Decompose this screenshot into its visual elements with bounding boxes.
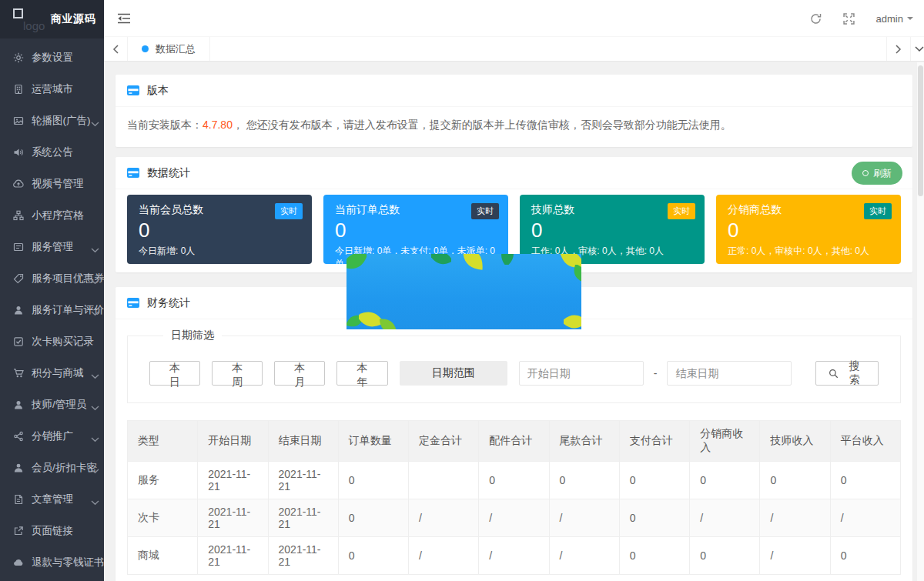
cell: 0 xyxy=(760,462,830,499)
tab-menu-button[interactable] xyxy=(910,37,924,61)
user-icon xyxy=(13,399,24,410)
card-title: 数据统计 xyxy=(147,166,190,180)
sidebar-item-video-account[interactable]: 视频号管理 xyxy=(0,168,104,199)
sidebar-item-distribution[interactable]: 分销推广 xyxy=(0,420,104,452)
logo-area: logo 商业源码 xyxy=(0,0,104,38)
scrollbar-thumb[interactable] xyxy=(918,65,923,196)
search-button[interactable]: 搜 索 xyxy=(815,361,879,386)
start-date-input[interactable] xyxy=(519,361,644,386)
table-row-mall: 商城 2021-11-21 2021-11-21 0 / / / 0 0 / 0 xyxy=(128,537,901,575)
sidebar-item-points-mall[interactable]: 积分与商城 xyxy=(0,357,104,389)
sidebar-item-label: 参数设置 xyxy=(32,51,73,65)
card-title: 版本 xyxy=(147,84,169,98)
cell: / xyxy=(830,499,900,537)
column-header: 支付合计 xyxy=(619,421,689,462)
sidebar-item-carousel-ads[interactable]: 轮播图(广告) xyxy=(0,105,104,136)
sidebar-item-refunds-certificates[interactable]: 退款与零钱证书 xyxy=(0,546,104,578)
finance-card: 财务统计 日期筛选 本日 本周 本月 本年 日期范围 - xyxy=(116,287,912,581)
cell: / xyxy=(409,537,479,575)
sidebar-item-technicians-admins[interactable]: 技师/管理员 xyxy=(0,389,104,420)
sidebar-item-service-management[interactable]: 服务管理 xyxy=(0,231,104,262)
finance-table: 类型 开始日期 结束日期 订单数量 定金合计 配件合计 尾款合计 支付合计 分销… xyxy=(127,420,901,575)
cell: / xyxy=(760,499,830,537)
sidebar-item-label: 会员/折扣卡密 xyxy=(32,461,97,475)
column-header: 尾款合计 xyxy=(549,421,619,462)
date-separator: - xyxy=(654,367,658,379)
sidebar-item-miniprogram-grid[interactable]: 小程序宫格 xyxy=(0,199,104,231)
card-title: 财务统计 xyxy=(147,296,190,310)
brand-title: 商业源码 xyxy=(51,12,95,26)
sidebar-item-label: 系统公告 xyxy=(32,145,73,159)
filter-today-button[interactable]: 本日 xyxy=(149,361,200,386)
tab-scroll-left-button[interactable] xyxy=(104,37,128,61)
cell: 0 xyxy=(549,462,619,499)
cell xyxy=(409,462,479,499)
cell: / xyxy=(690,499,760,537)
sidebar-item-label: 页面链接 xyxy=(32,524,73,538)
cell: 0 xyxy=(338,462,408,499)
column-header: 结束日期 xyxy=(268,421,338,462)
sidebar-item-page-links[interactable]: 页面链接 xyxy=(0,515,104,546)
sidebar-item-service-coupons[interactable]: 服务项目优惠券 xyxy=(0,262,104,294)
refresh-button[interactable]: 刷新 xyxy=(852,162,902,185)
filter-week-button[interactable]: 本周 xyxy=(212,361,263,386)
filter-month-button[interactable]: 本月 xyxy=(274,361,325,386)
cell: 2021-11-21 xyxy=(198,537,268,575)
tab-scroll-right-button[interactable] xyxy=(886,37,910,61)
form-icon xyxy=(13,242,24,252)
sidebar-item-label: 积分与商城 xyxy=(32,366,84,380)
card-icon xyxy=(127,298,139,308)
sidebar-item-members-discount-cards[interactable]: 会员/折扣卡密 xyxy=(0,452,104,483)
version-card: 版本 当前安装版本：4.7.80， 您还没有发布版本，请进入发布设置，提交新的版… xyxy=(116,75,912,147)
realtime-badge: 实时 xyxy=(864,203,892,219)
stat-value: 0 xyxy=(728,219,889,242)
refresh-ring-icon xyxy=(862,170,869,176)
vertical-scrollbar xyxy=(917,62,924,581)
cell: 0 xyxy=(338,499,408,537)
checkbox-icon xyxy=(13,336,24,347)
gear-icon xyxy=(13,52,24,63)
chevron-down-icon xyxy=(91,465,99,476)
refresh-icon[interactable] xyxy=(810,13,822,25)
user-menu[interactable]: admin xyxy=(876,13,913,25)
cell: 2021-11-21 xyxy=(268,499,338,537)
grid-icon xyxy=(13,210,24,221)
stat-value: 0 xyxy=(531,219,693,242)
table-row-service: 服务 2021-11-21 2021-11-21 0 0 0 0 0 0 0 xyxy=(128,462,901,499)
username-text: admin xyxy=(876,13,903,25)
sidebar-item-article-management[interactable]: 文章管理 xyxy=(0,483,104,515)
coupon-icon xyxy=(13,273,24,284)
cell: 商城 xyxy=(128,537,198,575)
admin-dashboard-page: logo 商业源码 参数设置 运营城市 轮播图(广告) 系统公告 xyxy=(0,0,924,581)
date-range-button[interactable]: 日期范围 xyxy=(400,361,507,386)
menu-collapse-icon[interactable] xyxy=(118,13,130,27)
building-icon xyxy=(13,84,24,95)
video-upload-icon xyxy=(13,179,24,189)
sidebar-item-label: 技师/管理员 xyxy=(32,398,86,412)
cell: 2021-11-21 xyxy=(198,462,268,499)
stat-value: 0 xyxy=(335,219,497,242)
filter-year-button[interactable]: 本年 xyxy=(336,361,387,386)
chevron-down-icon xyxy=(907,17,913,23)
end-date-input[interactable] xyxy=(667,361,792,386)
tab-data-summary[interactable]: 数据汇总 xyxy=(128,37,210,61)
sidebar-item-label: 退款与零钱证书 xyxy=(32,556,105,569)
fullscreen-icon[interactable] xyxy=(843,13,855,25)
tab-controls xyxy=(886,37,924,61)
sidebar-item-card-purchase-records[interactable]: 次卡购买记录 xyxy=(0,326,104,357)
sidebar-item-service-orders-reviews[interactable]: 服务订单与评价 xyxy=(0,294,104,326)
sidebar-item-system-announcements[interactable]: 系统公告 xyxy=(0,136,104,168)
sidebar-item-parameter-settings[interactable]: 参数设置 xyxy=(0,42,104,73)
chevron-down-icon xyxy=(91,118,99,129)
column-header: 配件合计 xyxy=(479,421,549,462)
column-header: 平台收入 xyxy=(830,421,900,462)
chevron-down-icon xyxy=(91,307,99,319)
chevron-down-icon xyxy=(91,244,99,255)
column-header: 订单数量 xyxy=(338,421,408,462)
cell: / xyxy=(479,537,549,575)
broken-image-icon xyxy=(13,8,23,18)
sidebar-item-label: 轮播图(广告) xyxy=(32,114,91,128)
cell: / xyxy=(760,537,830,575)
sidebar-item-operating-cities[interactable]: 运营城市 xyxy=(0,73,104,105)
realtime-badge: 实时 xyxy=(471,203,499,219)
